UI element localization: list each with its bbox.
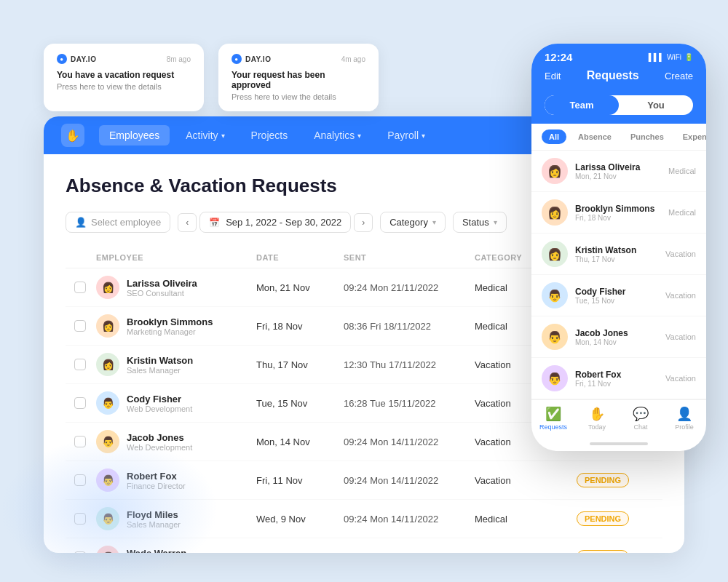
employee-cell: 👩 Kristin Watson Sales Manager xyxy=(96,353,256,376)
phone-category: Vacation xyxy=(665,332,696,341)
phone-emp-date: Fri, 11 Nov xyxy=(575,380,658,388)
row-category: Vacation xyxy=(475,475,577,486)
employee-filter[interactable]: 👤 Select employee xyxy=(66,212,170,233)
category-filter[interactable]: Category ▾ xyxy=(380,212,446,233)
phone-filter-tabs: All Absence Punches Expenses xyxy=(531,124,706,151)
row-date: Thu, 17 Nov xyxy=(256,359,344,370)
phone-list-item[interactable]: 👨 Cody Fisher Tue, 15 Nov Vacation xyxy=(531,275,706,316)
phone-emp-info: Larissa Oliveira Mon, 21 Nov xyxy=(575,162,661,180)
notifications-area: ● DAY.IO 8m ago You have a vacation requ… xyxy=(44,44,379,111)
row-sent: 09:24 Mon 14/11/2022 xyxy=(344,475,475,486)
toggle-you-button[interactable]: You xyxy=(619,95,693,115)
notification-card-1[interactable]: ● DAY.IO 8m ago You have a vacation requ… xyxy=(44,44,204,111)
phone-emp-date: Tue, 15 Nov xyxy=(575,297,658,305)
nav-item-payroll[interactable]: Payroll ▾ xyxy=(377,125,435,146)
employee-info: Brooklyn Simmons Marketing Manager xyxy=(127,316,213,336)
date-next-button[interactable]: › xyxy=(354,213,373,232)
employee-role: Marketing Manager xyxy=(127,327,213,336)
today-nav-label: Today xyxy=(588,423,606,431)
employee-cell: 👩 Larissa Oliveira SEO Consultant xyxy=(96,276,256,299)
phone-tab-all[interactable]: All xyxy=(542,129,566,144)
row-checkbox[interactable] xyxy=(74,397,96,409)
phone-avatar: 👩 xyxy=(542,199,568,226)
phone-tab-punches[interactable]: Punches xyxy=(623,129,671,144)
employee-name: Larissa Oliveira xyxy=(127,278,197,289)
phone-nav-today[interactable]: ✋ Today xyxy=(575,406,619,431)
chat-icon: 💬 xyxy=(633,406,649,422)
phone-edit-button[interactable]: Edit xyxy=(545,71,561,81)
phone-list-item[interactable]: 👨 Robert Fox Fri, 11 Nov Vacation xyxy=(531,358,706,399)
phone-nav: Edit Requests Create xyxy=(531,63,706,91)
signal-icon: ▌▌▌ xyxy=(649,53,664,61)
employee-info: Kristin Watson Sales Manager xyxy=(127,355,193,375)
phone-emp-name: Jacob Jones xyxy=(575,328,658,338)
notif-sub-2: Press here to view the details xyxy=(232,92,365,101)
row-date: Mon, 14 Nov xyxy=(256,436,344,447)
notif-title-2: Your request has been approved xyxy=(232,70,365,90)
battery-icon: 🔋 xyxy=(684,53,693,61)
date-prev-button[interactable]: ‹ xyxy=(178,213,197,232)
row-date: Mon, 21 Nov xyxy=(256,282,344,293)
phone-nav-profile[interactable]: 👤 Profile xyxy=(662,406,706,431)
phone-tab-expenses[interactable]: Expenses xyxy=(676,129,706,144)
chevron-down-icon: ▾ xyxy=(221,132,225,140)
chevron-down-icon: ▾ xyxy=(357,132,361,140)
phone-team-you-toggle: Team You xyxy=(545,95,693,115)
row-checkbox[interactable] xyxy=(74,320,96,332)
th-checkbox xyxy=(74,253,96,262)
nav-logo: ✋ xyxy=(61,124,84,147)
nav-item-activity[interactable]: Activity ▾ xyxy=(175,125,234,146)
phone-create-button[interactable]: Create xyxy=(665,71,693,81)
nav-item-employees[interactable]: Employees xyxy=(99,125,170,146)
phone-emp-date: Mon, 21 Nov xyxy=(575,172,661,180)
requests-nav-label: Requests xyxy=(539,423,567,431)
status-filter[interactable]: Status ▾ xyxy=(453,212,507,233)
employee-cell: 👨 Cody Fisher Web Development xyxy=(96,391,256,415)
notif-brand-2: ● DAY.IO xyxy=(232,54,271,64)
avatar: 👩 xyxy=(96,353,119,376)
phone-toggle-area: Team You xyxy=(531,91,706,124)
row-sent: 09:24 Mon 21/11/2022 xyxy=(344,282,475,293)
notification-card-2[interactable]: ● DAY.IO 4m ago Your request has been ap… xyxy=(218,44,379,111)
phone-avatar: 👨 xyxy=(542,282,568,308)
row-checkbox[interactable] xyxy=(74,282,96,293)
toggle-team-button[interactable]: Team xyxy=(545,95,619,115)
row-category: Medical xyxy=(475,552,577,554)
phone-emp-date: Mon, 14 Nov xyxy=(575,338,658,346)
phone-emp-date: Fri, 18 Nov xyxy=(575,214,661,222)
row-status: PENDING xyxy=(577,511,635,526)
phone-nav-requests[interactable]: ✅ Requests xyxy=(531,406,575,431)
row-checkbox[interactable] xyxy=(74,359,96,370)
status-badge: PENDING xyxy=(577,473,629,487)
date-range-label: Sep 1, 2022 - Sep 30, 2022 xyxy=(226,217,341,228)
wifi-icon: WiFi xyxy=(667,53,681,61)
status-badge: PENDING xyxy=(577,511,629,526)
phone-emp-info: Jacob Jones Mon, 14 Nov xyxy=(575,328,658,346)
phone-tab-absence[interactable]: Absence xyxy=(571,129,619,144)
row-sent: 08:36 Fri 18/11/2022 xyxy=(344,321,475,332)
nav-item-analytics[interactable]: Analytics ▾ xyxy=(304,125,371,146)
phone-list-item[interactable]: 👩 Kristin Watson Thu, 17 Nov Vacation xyxy=(531,234,706,275)
today-icon: ✋ xyxy=(589,406,605,422)
nav-item-projects[interactable]: Projects xyxy=(241,125,298,146)
phone-list-item[interactable]: 👩 Brooklyn Simmons Fri, 18 Nov Medical xyxy=(531,192,706,234)
phone-emp-info: Cody Fisher Tue, 15 Nov xyxy=(575,287,658,305)
phone-list-item[interactable]: 👨 Jacob Jones Mon, 14 Nov Vacation xyxy=(531,316,706,358)
employee-role: Sales Manager xyxy=(127,366,193,375)
phone-emp-info: Robert Fox Fri, 11 Nov xyxy=(575,370,658,388)
phone-emp-info: Brooklyn Simmons Fri, 18 Nov xyxy=(575,204,661,222)
notif-header-1: ● DAY.IO 8m ago xyxy=(57,54,191,64)
chat-nav-label: Chat xyxy=(633,423,647,431)
row-status: PENDING xyxy=(577,473,635,487)
phone-nav-chat[interactable]: 💬 Chat xyxy=(619,406,662,431)
row-date: Fri, 11 Nov xyxy=(256,475,344,486)
phone-emp-name: Kristin Watson xyxy=(575,245,658,255)
avatar: 👩 xyxy=(96,276,119,299)
row-sent: 12:30 Thu 17/11/2022 xyxy=(344,359,475,370)
phone-emp-name: Cody Fisher xyxy=(575,287,658,297)
phone-list-item[interactable]: 👩 Larissa Oliveira Mon, 21 Nov Medical xyxy=(531,151,706,192)
requests-icon: ✅ xyxy=(545,406,561,422)
brand-dot-1: ● xyxy=(57,54,67,64)
avatar: 👩 xyxy=(96,314,119,338)
phone-category: Vacation xyxy=(665,374,696,383)
